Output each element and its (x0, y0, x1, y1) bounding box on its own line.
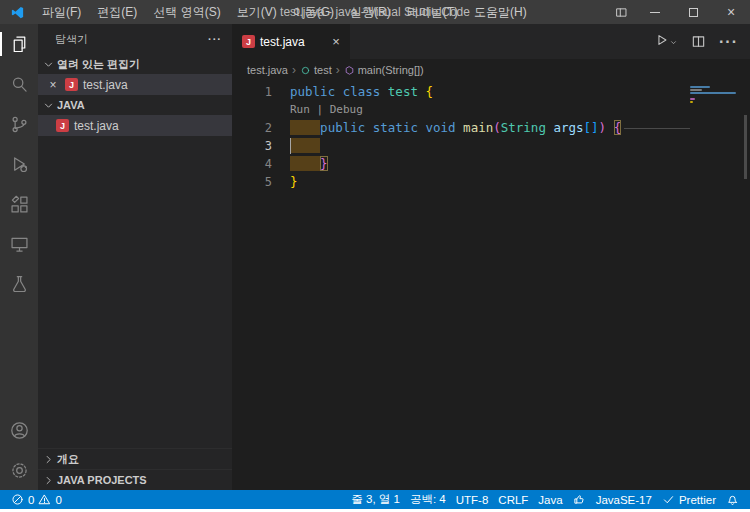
symbol-class-icon (300, 65, 311, 76)
code-token: main (463, 120, 493, 135)
section-header[interactable]: JAVA PROJECTS (38, 469, 232, 490)
breadcrumb-item[interactable]: test.java (247, 64, 288, 76)
titlebar-controls: × (606, 0, 750, 24)
line-number[interactable]: 2 (232, 119, 272, 137)
symbol-method-icon (344, 65, 355, 76)
menu-item[interactable]: 편집(E) (89, 0, 145, 24)
menu-item[interactable]: 선택 영역(S) (145, 0, 228, 24)
code-line[interactable]: 4 } (232, 155, 750, 173)
java-language-status[interactable] (568, 490, 591, 509)
activity-accounts-icon[interactable] (0, 410, 38, 450)
chevron-right-icon (41, 475, 55, 486)
code-token: public static void (320, 120, 463, 135)
warning-icon (38, 493, 51, 506)
menu-item[interactable]: 파일(F) (34, 0, 89, 24)
line-number[interactable]: 4 (232, 155, 272, 173)
file-item[interactable]: test.java (38, 115, 232, 136)
status-bar: 00 줄 3, 열 1공백: 4UTF-8CRLFJavaJavaSE-17Pr… (0, 490, 750, 509)
notifications[interactable] (721, 490, 744, 509)
java-file-icon (56, 119, 69, 132)
section-header[interactable]: JAVA (38, 95, 232, 115)
text-cursor (290, 138, 291, 154)
encoding[interactable]: UTF-8 (451, 490, 494, 509)
breadcrumb-label: test (314, 64, 332, 76)
line-number[interactable]: 5 (232, 173, 272, 191)
minimize-button[interactable] (636, 0, 674, 24)
code-token (290, 138, 320, 153)
line-number[interactable]: 1 (232, 83, 272, 101)
breadcrumb-separator: › (336, 63, 340, 77)
tab-close-icon[interactable]: × (328, 34, 344, 49)
activity-search-icon[interactable] (0, 64, 38, 104)
code-line[interactable]: 3 (232, 137, 750, 155)
minimap-line (690, 95, 738, 97)
code-lines: 1public class test {Run | Debug2 public … (232, 81, 750, 191)
split-editor-icon[interactable] (691, 34, 706, 49)
code-editor[interactable]: 1public class test {Run | Debug2 public … (232, 81, 750, 490)
formatter[interactable]: Prettier (657, 490, 721, 509)
section-header[interactable]: 개요 (38, 448, 232, 469)
status-bar-right: 줄 3, 열 1공백: 4UTF-8CRLFJavaJavaSE-17Prett… (346, 490, 744, 509)
code-token: { (425, 84, 433, 99)
close-button[interactable]: × (712, 0, 750, 24)
minimap[interactable] (690, 86, 738, 104)
close-editor-icon[interactable]: × (46, 78, 60, 92)
menu-item[interactable]: 도움말(H) (466, 0, 535, 24)
breadcrumb-item[interactable]: test (300, 64, 332, 76)
language-mode[interactable]: Java (533, 490, 567, 509)
problems-indicator[interactable]: 00 (6, 490, 67, 509)
sidebar-more-actions-icon[interactable]: ··· (208, 33, 222, 45)
section-label: 열려 있는 편집기 (57, 57, 140, 72)
activity-run-and-debug-icon[interactable] (0, 144, 38, 184)
code-line[interactable]: 5} (232, 173, 750, 191)
vscode-logo-icon (0, 0, 34, 24)
indentation[interactable]: 공백: 4 (405, 490, 451, 509)
window-title: test.java - java - Visual Studio Code (280, 0, 470, 24)
breadcrumb-item[interactable]: main(String[]) (344, 64, 424, 76)
cursor-position[interactable]: 줄 3, 열 1 (346, 490, 405, 509)
section-label: JAVA PROJECTS (57, 474, 147, 486)
eol[interactable]: CRLF (493, 490, 533, 509)
activity-explorer-icon[interactable] (0, 24, 38, 64)
sidebar-spacer (38, 136, 232, 448)
code-token: Run (290, 103, 310, 116)
status-text: 공백: 4 (410, 492, 446, 507)
file-item[interactable]: ×test.java (38, 74, 232, 95)
code-token (606, 120, 614, 135)
scrollbar[interactable] (744, 115, 747, 179)
tab-label: test.java (260, 35, 305, 49)
editor-more-actions-icon[interactable]: ··· (719, 33, 738, 51)
line-number[interactable] (232, 101, 272, 119)
java-runtime[interactable]: JavaSE-17 (591, 490, 657, 509)
chevron-right-icon (41, 454, 55, 465)
section-header[interactable]: 열려 있는 편집기 (38, 54, 232, 74)
run-java-button[interactable] (655, 33, 678, 51)
activity-source-control-icon[interactable] (0, 104, 38, 144)
sidebar-sections: 열려 있는 편집기×test.javaJAVAtest.java (38, 54, 232, 136)
status-text: CRLF (498, 494, 528, 506)
editor-group: test.java × ··· test.java›test›main(Stri… (232, 24, 750, 490)
error-count: 0 (28, 494, 34, 506)
breadcrumb-label: main(String[]) (358, 64, 424, 76)
java-file-icon (242, 35, 255, 48)
code-token: { (614, 120, 622, 135)
breadcrumb: test.java›test›main(String[]) (232, 59, 750, 81)
maximize-button[interactable] (674, 0, 712, 24)
activity-testing-icon[interactable] (0, 264, 38, 304)
chevron-down-icon (41, 59, 55, 70)
editor-actions: ··· (655, 24, 750, 59)
line-number[interactable]: 3 (232, 137, 272, 155)
sidebar-title: 탐색기 (55, 32, 88, 47)
minimap-line (690, 101, 693, 103)
activity-manage-icon[interactable] (0, 450, 38, 490)
menu-item[interactable]: 보기(V) (229, 0, 285, 24)
minimap-line (690, 89, 702, 91)
code-line[interactable]: 2 public static void main(String args[])… (232, 119, 750, 137)
activity-remote-explorer-icon[interactable] (0, 224, 38, 264)
code-line[interactable]: 1public class test { (232, 83, 750, 101)
status-text: UTF-8 (456, 494, 489, 506)
customize-layout-icon[interactable] (606, 0, 636, 24)
codelens-line[interactable]: Run | Debug (232, 101, 750, 119)
tab-test-java[interactable]: test.java × (232, 24, 350, 59)
activity-extensions-icon[interactable] (0, 184, 38, 224)
